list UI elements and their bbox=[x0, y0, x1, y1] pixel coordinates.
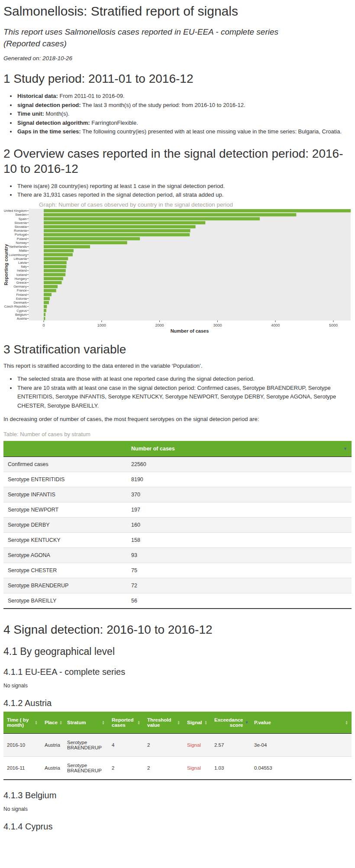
bar bbox=[44, 281, 61, 284]
column-header-label: Time ( by month) bbox=[7, 717, 33, 728]
bullet-text: FarringtonFlexible. bbox=[90, 120, 138, 126]
y-tick-label: Italy bbox=[21, 265, 27, 269]
threshold-cell: 2 bbox=[144, 757, 184, 780]
section412-heading: 4.1.2 Austria bbox=[3, 698, 352, 708]
sort-icon[interactable]: ▲▼ bbox=[102, 720, 105, 725]
bar bbox=[44, 249, 74, 252]
sort-icon[interactable]: ▲▼ bbox=[137, 720, 140, 725]
reported-cases-column-header[interactable]: Reported cases▲▼ bbox=[108, 712, 144, 734]
bullet-lead: Signal detection algorithm: bbox=[17, 120, 90, 126]
y-tick-label: Cyprus bbox=[16, 308, 27, 312]
table-caption: Table: Number of cases by stratum bbox=[3, 431, 352, 437]
y-tick-label: Ireland bbox=[17, 269, 27, 272]
y-tick-label: France bbox=[17, 288, 27, 292]
reported-cell: 4 bbox=[108, 734, 144, 757]
sort-icon[interactable]: ▲▼ bbox=[177, 720, 180, 725]
cases-cell: 8190 bbox=[127, 472, 352, 487]
stratum-cell: Serotype DERBY bbox=[3, 518, 127, 533]
bar bbox=[44, 261, 67, 264]
exceedance-cell: 2.57 bbox=[211, 734, 251, 757]
list-item: Historical data: From 2011-01 to 2016-09… bbox=[16, 92, 352, 101]
table-row: 2016-11AustriaSerotype BRAENDERUP22Signa… bbox=[3, 757, 352, 780]
stratum-cell: Serotype ENTERITIDIS bbox=[3, 472, 127, 487]
table-row: Serotype BRAENDERUP72 bbox=[3, 578, 352, 593]
bullet-lead: signal detection period: bbox=[17, 102, 81, 108]
stratum-cell: Serotype CHESTER bbox=[3, 563, 127, 578]
x-tick-label: 4000 bbox=[271, 323, 280, 327]
bar bbox=[44, 257, 68, 260]
list-item: Gaps in the time series: The following c… bbox=[16, 127, 352, 136]
threshold-value-column-header[interactable]: Threshold value▲▼ bbox=[144, 712, 184, 734]
stratum-column-header[interactable] bbox=[3, 441, 127, 457]
y-tick-label: Poland bbox=[17, 237, 27, 241]
cases-cell: 158 bbox=[127, 533, 352, 548]
x-tick-label: 1000 bbox=[97, 323, 106, 327]
signal-cell: Signal bbox=[184, 734, 211, 757]
y-tick-label: Greece bbox=[16, 281, 27, 285]
list-item: Signal detection algorithm: FarringtonFl… bbox=[16, 119, 352, 128]
stratum-column-header[interactable]: Stratum▲▼ bbox=[64, 712, 108, 734]
cases-by-country-chart: Graph: Number of cases observed by count… bbox=[0, 200, 355, 340]
bar bbox=[44, 209, 351, 212]
y-tick-label: Norway bbox=[16, 241, 27, 245]
column-header-label: Exceedance score bbox=[214, 717, 243, 728]
bar bbox=[44, 277, 63, 280]
bullet-text: There is(are) 28 country(ies) reporting … bbox=[17, 183, 225, 189]
list-item: signal detection period: The last 3 mont… bbox=[16, 101, 352, 110]
place-cell: Austria bbox=[41, 757, 64, 780]
column-header-label: Place bbox=[45, 720, 58, 725]
y-tick-label: Romania bbox=[14, 229, 27, 233]
reported-cell: 2 bbox=[108, 757, 144, 780]
time-column-header[interactable]: Time ( by month)▲▼ bbox=[3, 712, 41, 734]
bullet-text: From 2011-01 to 2016-09. bbox=[58, 93, 125, 99]
stratum-cell: Serotype BRAENDERUP bbox=[64, 757, 108, 780]
y-axis-label: Reporting country bbox=[3, 243, 9, 285]
threshold-cell: 2 bbox=[144, 734, 184, 757]
table-header-row: Time ( by month)▲▼ Place▲▼ Stratum▲▼ Rep… bbox=[3, 712, 352, 734]
number-of-cases-column-header[interactable]: Number of cases ▼ bbox=[127, 441, 352, 457]
y-tick-label: Portugal bbox=[15, 233, 27, 236]
section411-heading: 4.1.1 EU-EEA - complete series bbox=[3, 667, 352, 677]
sort-icon[interactable]: ▲▼ bbox=[35, 720, 38, 725]
sort-icon[interactable]: ▲▼ bbox=[345, 720, 348, 725]
table-row: Serotype AGONA93 bbox=[3, 548, 352, 563]
list-item: There are 31,931 cases reported in the s… bbox=[16, 191, 352, 200]
table-row: Serotype KENTUCKY158 bbox=[3, 533, 352, 548]
bullet-lead: Time unit: bbox=[17, 110, 44, 117]
bar bbox=[44, 273, 65, 276]
bar bbox=[44, 293, 52, 296]
y-tick-label: Germany bbox=[13, 285, 27, 288]
x-tick-label: 3000 bbox=[213, 323, 222, 327]
no-signals-text: No signals bbox=[3, 806, 352, 812]
table-row: Serotype INFANTIS370 bbox=[3, 487, 352, 502]
section41-heading: 4.1 By geographical level bbox=[3, 646, 352, 657]
bullet-text: The selected strata are those with at le… bbox=[17, 376, 255, 382]
study-period-list: Historical data: From 2011-01 to 2016-09… bbox=[3, 92, 352, 136]
y-tick-label: Spain bbox=[19, 217, 27, 221]
place-column-header[interactable]: Place▲▼ bbox=[41, 712, 64, 734]
y-tick-label: Latvia bbox=[18, 261, 27, 265]
cases-cell: 370 bbox=[127, 487, 352, 502]
x-tick-label: 2000 bbox=[155, 323, 164, 327]
y-tick-label: United Kingdom bbox=[4, 209, 27, 213]
bar bbox=[44, 253, 73, 256]
sort-icon[interactable]: ▲▼ bbox=[59, 720, 62, 725]
exceedance-score-column-header[interactable]: Exceedance score▼ bbox=[211, 712, 251, 734]
sort-desc-icon[interactable]: ▼ bbox=[245, 721, 249, 725]
pvalue-column-header[interactable]: P.value▲▼ bbox=[251, 712, 352, 734]
table-row: Serotype ENTERITIDIS8190 bbox=[3, 472, 352, 487]
stratum-cell: Serotype BAREILLY bbox=[3, 593, 127, 609]
column-header-label: Stratum bbox=[67, 720, 100, 725]
no-signals-text: No signals bbox=[3, 683, 352, 689]
y-tick-label: Lithuania bbox=[14, 257, 27, 261]
y-tick-label: Sweden bbox=[15, 213, 27, 217]
column-header-label: Reported cases bbox=[112, 717, 136, 728]
bar bbox=[44, 245, 90, 248]
sort-desc-icon[interactable]: ▼ bbox=[343, 447, 347, 451]
y-tick-label: Hungary bbox=[15, 277, 27, 281]
signal-column-header[interactable]: Signal▲▼ bbox=[184, 712, 211, 734]
y-tick-label: Slovenia bbox=[14, 221, 27, 225]
cases-cell: 93 bbox=[127, 548, 352, 563]
bar bbox=[44, 285, 58, 288]
sort-icon[interactable]: ▲▼ bbox=[204, 720, 207, 725]
